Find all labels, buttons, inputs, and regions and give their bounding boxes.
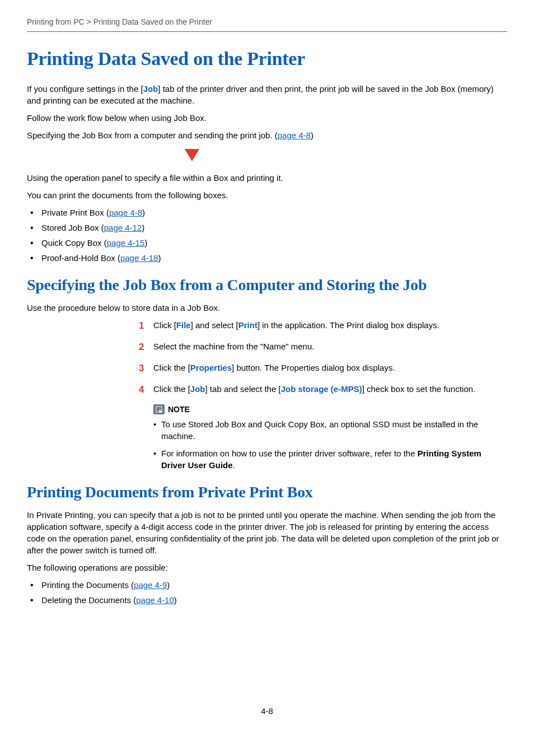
list-item: Proof-and-Hold Box (page 4-18)	[27, 252, 507, 264]
step-1: 1 Click [File] and select [Print] in the…	[139, 319, 507, 333]
section-title-specifying: Specifying the Job Box from a Computer a…	[27, 276, 507, 294]
intro-para-5: You can print the documents from the fol…	[27, 189, 507, 201]
intro-para-3: Specifying the Job Box from a computer a…	[27, 129, 507, 141]
intro-para-4: Using the operation panel to specify a f…	[27, 172, 507, 184]
intro-para-2: Follow the work flow below when using Jo…	[27, 112, 507, 124]
job-label: Job	[143, 84, 158, 94]
step-3: 3 Click the [Properties] button. The Pro…	[139, 362, 507, 375]
link-stored-job[interactable]: page 4-12	[104, 223, 142, 232]
properties-label: Properties	[190, 363, 232, 372]
step-2: 2 Select the machine from the "Name" men…	[139, 340, 507, 354]
operations-list: Printing the Documents (page 4-9) Deleti…	[27, 579, 507, 606]
file-label: File	[176, 320, 191, 330]
down-arrow-icon	[184, 148, 507, 165]
list-item: Deleting the Documents (page 4-10)	[27, 594, 507, 606]
private-print-ops: The following operations are possible:	[27, 562, 507, 573]
note-item: For information on how to use the printe…	[153, 447, 507, 471]
note-box: NOTE To use Stored Job Box and Quick Cop…	[153, 404, 507, 472]
section-title-private-print: Printing Documents from Private Print Bo…	[27, 483, 507, 501]
link-deleting-docs[interactable]: page 4-10	[136, 595, 174, 605]
breadcrumb: Printing from PC > Printing Data Saved o…	[27, 17, 507, 32]
private-print-para: In Private Printing, you can specify tha…	[27, 509, 507, 556]
page-number: 4-8	[27, 705, 507, 717]
link-private-print[interactable]: page 4-8	[109, 208, 142, 217]
link-printing-docs[interactable]: page 4-9	[134, 580, 167, 590]
step-number: 2	[139, 340, 153, 354]
list-item: Quick Copy Box (page 4-15)	[27, 237, 507, 249]
list-item: Stored Job Box (page 4-12)	[27, 222, 507, 234]
svg-point-2	[159, 409, 162, 413]
step-number: 1	[139, 319, 153, 333]
link-quick-copy[interactable]: page 4-15	[107, 238, 145, 248]
print-label: Print	[238, 320, 257, 330]
link-proof-hold[interactable]: page 4-18	[120, 253, 158, 263]
job-tab-label: Job	[190, 384, 205, 394]
job-storage-label: Job storage (e-MPS)	[281, 384, 362, 394]
step-number: 4	[139, 383, 153, 396]
note-label: NOTE	[168, 404, 190, 416]
page-title: Printing Data Saved on the Printer	[27, 45, 507, 72]
steps-list: 1 Click [File] and select [Print] in the…	[139, 319, 507, 396]
intro-para-1: If you configure settings in the [Job] t…	[27, 83, 507, 106]
list-item: Printing the Documents (page 4-9)	[27, 579, 507, 591]
step-number: 3	[139, 362, 153, 375]
list-item: Private Print Box (page 4-8)	[27, 207, 507, 218]
step-4: 4 Click the [Job] tab and select the [Jo…	[139, 383, 507, 396]
note-icon	[153, 404, 165, 414]
note-item: To use Stored Job Box and Quick Copy Box…	[153, 418, 507, 442]
svg-marker-0	[185, 149, 199, 161]
spec-intro: Use the procedure below to store data in…	[27, 302, 507, 314]
link-page-4-8[interactable]: page 4-8	[278, 130, 311, 140]
box-list: Private Print Box (page 4-8) Stored Job …	[27, 207, 507, 264]
